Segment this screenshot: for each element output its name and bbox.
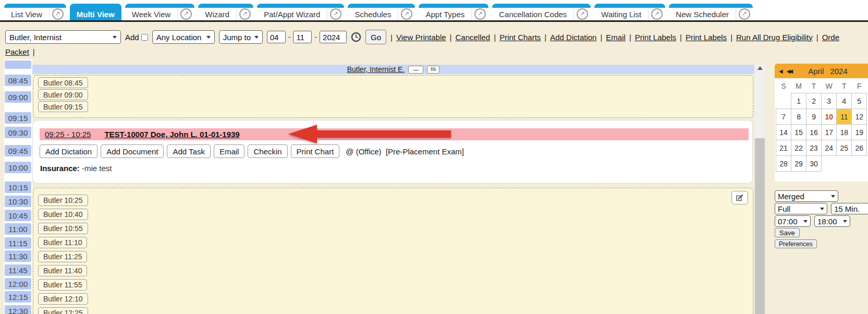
toolbar-link-view-printable[interactable]: View Printable <box>396 33 446 42</box>
calendar-day[interactable]: 9 <box>806 109 822 125</box>
open-slot-button[interactable]: Butler 10:55 <box>38 223 88 234</box>
open-new-window-icon[interactable]: ↗ <box>327 8 344 20</box>
tab-new-scheduler[interactable]: New Scheduler↗ <box>669 4 753 20</box>
calendar-day[interactable]: 24 <box>822 140 837 156</box>
calendar-day[interactable]: 19 <box>852 125 867 140</box>
calendar-day[interactable]: 28 <box>776 156 791 172</box>
tab-wizard[interactable]: Wizard↗ <box>198 4 253 20</box>
open-slot-button[interactable]: Butler 09:00 <box>38 89 88 100</box>
scrollbar-thumb[interactable] <box>755 138 765 314</box>
open-new-window-icon[interactable]: ↗ <box>736 8 753 20</box>
open-slot-button[interactable]: Butler 09:15 <box>38 101 88 112</box>
open-new-window-icon[interactable]: ↗ <box>50 8 66 20</box>
view-mode-select[interactable]: Merged <box>775 190 838 202</box>
open-slot-button[interactable]: Butler 11:10 <box>38 237 87 248</box>
open-slot-button[interactable]: Butler 11:40 <box>38 265 87 276</box>
toolbar-link-add-dictation[interactable]: Add Dictation <box>550 33 596 42</box>
add-task-button[interactable]: Add Task <box>167 144 210 158</box>
open-new-window-icon[interactable]: ↗ <box>574 8 591 20</box>
collapse-column-button[interactable]: — <box>408 66 423 74</box>
calendar-day[interactable]: 10 <box>822 109 837 125</box>
calendar-day[interactable]: 2 <box>806 93 822 109</box>
open-slot-button[interactable]: Butler 12:25 <box>38 307 88 314</box>
calendar-day[interactable]: 16 <box>806 125 822 140</box>
calendar-day[interactable]: 1 <box>791 93 806 109</box>
add-dictation-button[interactable]: Add Dictation <box>40 144 97 158</box>
open-new-window-icon[interactable]: ↗ <box>472 8 488 20</box>
open-new-window-icon[interactable]: ↗ <box>178 8 194 20</box>
zoom-select[interactable]: Full <box>775 203 827 214</box>
tab-schedules[interactable]: Schedules↗ <box>348 4 415 20</box>
tab-list-view[interactable]: List View↗ <box>4 4 66 20</box>
provider-header-link[interactable]: Butler, Internist E. <box>347 65 405 74</box>
add-document-button[interactable]: Add Document <box>101 144 164 158</box>
tab-appt-types[interactable]: Appt Types↗ <box>419 4 488 20</box>
prev-year-icon[interactable]: ◀◀ <box>787 68 791 74</box>
tab-pat-appt-wizard[interactable]: Pat/Appt Wizard↗ <box>257 4 344 20</box>
open-new-window-icon[interactable]: ↗ <box>398 8 415 20</box>
calendar-day[interactable]: 7 <box>776 109 791 125</box>
calendar-day[interactable]: 8 <box>791 109 806 125</box>
toolbar-link-email[interactable]: Email <box>606 33 626 42</box>
patient-link[interactable]: TEST-10007 Doe, John L. 01-01-1939 <box>104 130 239 139</box>
open-slot-button[interactable]: Butler 11:55 <box>38 279 87 291</box>
start-time-select[interactable]: 07:00 <box>775 215 811 227</box>
calendar-day[interactable]: 15 <box>791 125 806 140</box>
go-button[interactable]: Go <box>365 30 386 44</box>
open-slot-button[interactable]: Butler 10:40 <box>38 209 88 220</box>
interval-select[interactable]: 15 Min. <box>831 203 868 214</box>
calendar-day[interactable]: 21 <box>776 140 791 156</box>
calendar-day[interactable]: 26 <box>852 140 867 156</box>
open-new-window-icon[interactable]: ↗ <box>237 8 253 20</box>
calendar-day[interactable]: 29 <box>791 156 806 172</box>
provider-select[interactable]: Butler, Internist <box>5 30 121 44</box>
appointment-time-link[interactable]: 09:25 - 10:25 <box>45 130 91 139</box>
toolbar-link-print-charts[interactable]: Print Charts <box>499 33 541 42</box>
date-year-input[interactable] <box>320 31 347 43</box>
calendar-day[interactable]: 25 <box>837 140 852 156</box>
prev-month-icon[interactable]: ◀ <box>779 68 783 74</box>
print-chart-button[interactable]: Print Chart <box>291 144 340 158</box>
open-slot-button[interactable]: Butler 11:25 <box>38 251 87 262</box>
edit-schedule-button[interactable] <box>731 191 748 204</box>
toolbar-link-print-labels[interactable]: Print Labels <box>686 33 727 42</box>
date-day-input[interactable] <box>293 31 312 43</box>
email-button[interactable]: Email <box>214 144 245 158</box>
toolbar-link-orde[interactable]: Orde <box>822 33 839 42</box>
save-button[interactable]: Save <box>775 228 800 237</box>
open-new-window-icon[interactable]: ↗ <box>649 8 665 20</box>
open-slot-button[interactable]: Butler 08:45 <box>38 77 88 88</box>
toolbar-link-print-labels[interactable]: Print Labels <box>635 33 676 42</box>
calendar-day[interactable]: 14 <box>776 125 791 140</box>
calendar-day[interactable]: 30 <box>806 156 822 172</box>
open-slot-button[interactable]: Butler 10:25 <box>38 195 88 206</box>
packet-link[interactable]: Packet <box>5 47 29 56</box>
date-month-input[interactable] <box>267 31 286 43</box>
scroll-up-arrow[interactable] <box>755 64 765 73</box>
tab-week-view[interactable]: Week View↗ <box>125 4 194 20</box>
calendar-day[interactable]: 11 <box>837 109 852 125</box>
fb-button[interactable]: f/b <box>427 66 439 74</box>
vertical-scrollbar[interactable] <box>755 64 765 314</box>
calendar-day[interactable]: 4 <box>837 93 852 109</box>
location-select[interactable]: Any Location <box>152 30 215 44</box>
calendar-day[interactable]: 18 <box>837 125 852 140</box>
open-slot-button[interactable]: Butler 12:10 <box>38 293 88 305</box>
calendar-clock-icon[interactable] <box>351 32 361 42</box>
tab-cancellation-codes[interactable]: Cancellation Codes↗ <box>492 4 591 20</box>
tab-waiting-list[interactable]: Waiting List↗ <box>594 4 665 20</box>
tab-multi-view[interactable]: Multi View <box>70 4 121 20</box>
preferences-button[interactable]: Preferences <box>775 239 817 248</box>
calendar-day[interactable]: 3 <box>822 93 837 109</box>
calendar-day[interactable]: 23 <box>806 140 822 156</box>
toolbar-link-cancelled[interactable]: Cancelled <box>456 33 491 42</box>
jump-to-select[interactable]: Jump to <box>219 30 263 44</box>
end-time-select[interactable]: 18:00 <box>814 215 850 227</box>
toolbar-link-run-all-drug-eligibility[interactable]: Run All Drug Eligibility <box>736 33 813 42</box>
checkin-button[interactable]: Checkin <box>248 144 287 158</box>
calendar-day[interactable]: 17 <box>822 125 837 140</box>
calendar-day[interactable]: 5 <box>852 93 867 109</box>
add-checkbox[interactable] <box>141 34 148 41</box>
calendar-day[interactable]: 12 <box>852 109 867 125</box>
calendar-day[interactable]: 22 <box>791 140 806 156</box>
